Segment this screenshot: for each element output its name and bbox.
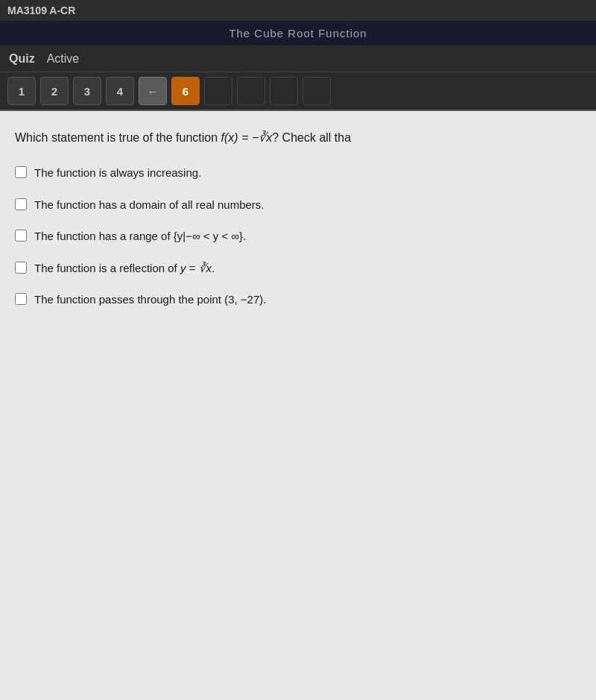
nav-btn-9[interactable]: [270, 77, 298, 105]
nav-btn-6[interactable]: 6: [171, 77, 200, 105]
nav-btn-10[interactable]: [302, 77, 331, 105]
answer-option-2[interactable]: The function has a domain of all real nu…: [15, 197, 581, 214]
answer-option-4[interactable]: The function is a reflection of y = ∛x.: [15, 260, 581, 277]
math-expression: f(x) = −∛x: [221, 131, 273, 144]
nav-bar: 1 2 3 4 ← 6: [0, 72, 596, 111]
answer-text-4: The function is a reflection of y = ∛x.: [34, 260, 215, 277]
question-text: Which statement is true of the function …: [15, 129, 581, 147]
quiz-header: Quiz Active: [0, 46, 596, 72]
nav-btn-3[interactable]: 3: [73, 77, 101, 105]
nav-btn-4[interactable]: 4: [106, 77, 134, 105]
title-bar: The Cube Root Function: [0, 21, 596, 46]
answer-text-5: The function passes through the point (3…: [34, 291, 266, 309]
nav-btn-8[interactable]: [237, 77, 265, 105]
checkbox-3[interactable]: [15, 230, 27, 242]
answer-option-1[interactable]: The function is always increasing.: [15, 165, 581, 182]
nav-btn-2[interactable]: 2: [40, 77, 69, 105]
quiz-label: Quiz: [9, 52, 35, 66]
checkbox-5[interactable]: [15, 293, 27, 305]
answer-option-5[interactable]: The function passes through the point (3…: [15, 291, 581, 309]
course-title: MA3109 A-CR: [7, 4, 75, 16]
math-expr-4: y = ∛x: [180, 262, 212, 274]
answer-option-3[interactable]: The function has a range of {y|−∞ < y < …: [15, 228, 581, 245]
checkbox-1[interactable]: [15, 166, 27, 178]
active-status: Active: [47, 52, 80, 66]
answer-text-3: The function has a range of {y|−∞ < y < …: [34, 228, 246, 245]
checkbox-2[interactable]: [15, 198, 27, 210]
answer-text-2: The function has a domain of all real nu…: [34, 197, 264, 214]
nav-btn-1[interactable]: 1: [7, 77, 36, 105]
checkbox-4[interactable]: [15, 262, 27, 274]
nav-btn-7[interactable]: [204, 77, 232, 105]
content-area: Which statement is true of the function …: [0, 111, 596, 700]
top-bar: MA3109 A-CR: [0, 0, 596, 21]
page-title: The Cube Root Function: [229, 27, 367, 40]
nav-btn-back[interactable]: ←: [139, 77, 167, 105]
answer-text-1: The function is always increasing.: [34, 165, 201, 182]
